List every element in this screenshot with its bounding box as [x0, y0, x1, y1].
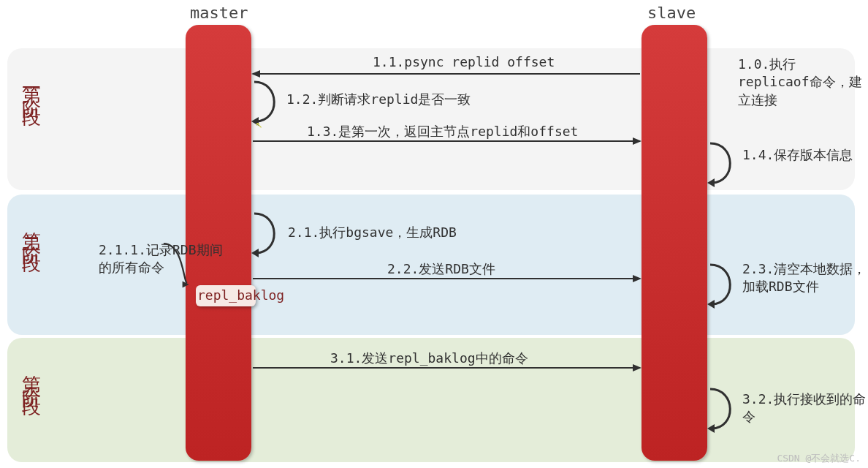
lifeline-slave — [642, 25, 707, 461]
self-loop-2-3 — [707, 262, 739, 307]
arrow-3-1 — [253, 367, 640, 369]
msg-3-1: 3.1.发送repl_baklog中的命令 — [330, 350, 528, 367]
msg-2-2: 2.2.发送RDB文件 — [387, 260, 495, 278]
note-2-3: 2.3.清空本地数据，加载RDB文件 — [742, 260, 867, 296]
msg-2-1: 2.1.执行bgsave，生成RDB — [288, 224, 457, 241]
stage-2-label: 第二阶段 — [22, 216, 41, 246]
stage-1-label: 第一阶段 — [22, 70, 41, 99]
watermark: CSDN @不会就选C. — [777, 452, 861, 465]
cursor-icon: ↖ — [256, 117, 263, 131]
note-3-2: 3.2.执行接收到的命令 — [742, 390, 867, 426]
note-1-4: 1.4.保存版本信息 — [742, 146, 853, 164]
repl-baklog-box: repl_baklog — [196, 285, 256, 306]
arrow-1-3 — [253, 140, 640, 142]
msg-1-2: 1.2.判断请求replid是否一致 — [286, 91, 471, 108]
note-1-0: 1.0.执行replicaof命令，建立连接 — [738, 56, 862, 109]
arrow-1-1 — [253, 73, 640, 75]
self-loop-2-1-1 — [156, 241, 189, 287]
self-loop-1-4 — [707, 140, 739, 186]
header-master: master — [190, 4, 248, 22]
self-loop-2-1 — [251, 211, 283, 256]
arrow-2-2 — [253, 278, 640, 279]
msg-1-1: 1.1.psync replid offset — [373, 54, 555, 69]
self-loop-3-2 — [707, 386, 739, 431]
stage-3-label: 第三阶段 — [22, 360, 41, 389]
msg-1-3: 1.3.是第一次，返回主节点replid和offset — [307, 123, 578, 140]
header-slave: slave — [647, 4, 696, 22]
